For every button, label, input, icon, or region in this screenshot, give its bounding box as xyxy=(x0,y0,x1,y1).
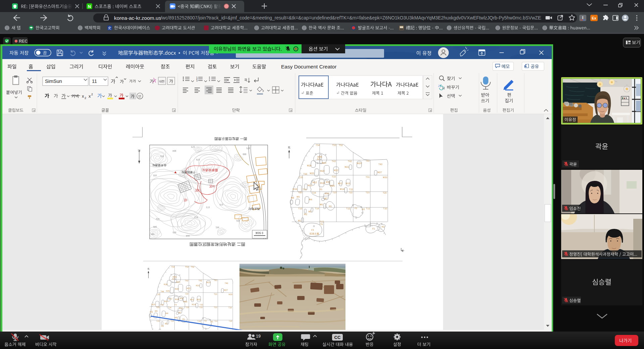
svg-text:2: 2 xyxy=(85,96,86,100)
svg-text:/wc/89152528007/join?track_id=: /wc/89152528007/join?track_id=&jmf_code=… xyxy=(161,15,598,20)
svg-text:11: 11 xyxy=(92,79,97,84)
svg-text:Ex: Ex xyxy=(592,16,596,20)
svg-text:REC: REC xyxy=(19,39,28,44)
svg-text:I: I xyxy=(582,15,583,20)
svg-text:19: 19 xyxy=(256,334,261,339)
svg-text:CC: CC xyxy=(334,335,341,340)
svg-text:Easy Document Creator: Easy Document Creator xyxy=(281,64,336,69)
svg-text:SimSun: SimSun xyxy=(45,79,62,84)
svg-text:x: x xyxy=(89,94,91,99)
svg-text:x: x xyxy=(82,94,84,99)
svg-text:N: N xyxy=(88,4,91,9)
svg-text:3: 3 xyxy=(196,80,198,82)
svg-text:2: 2 xyxy=(91,93,93,96)
svg-text:korea-ac-kr.zoom.us: korea-ac-kr.zoom.us xyxy=(114,15,161,21)
